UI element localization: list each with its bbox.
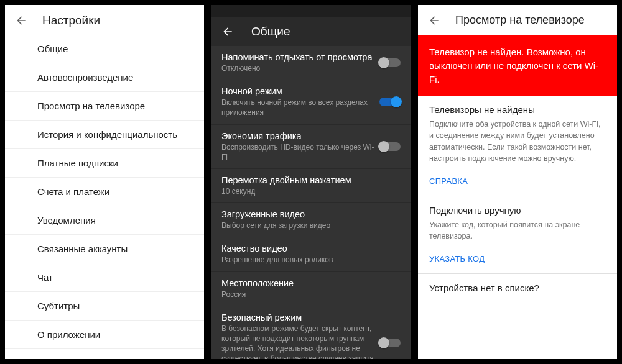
row-limit-mobile-data[interactable]: Экономия трафика Воспроизводить HD-видео… <box>211 125 411 169</box>
settings-item-about[interactable]: О приложении <box>5 321 204 349</box>
toggle-restricted-mode[interactable] <box>379 339 401 347</box>
settings-item-autoplay[interactable]: Автовоспроизведение <box>5 63 204 92</box>
settings-item-connected-accounts[interactable]: Связанные аккаунты <box>5 235 204 263</box>
settings-main-screen: Настройки Общие Автовоспроизведение Прос… <box>5 5 204 359</box>
settings-item-chat[interactable]: Чат <box>5 263 204 292</box>
section-body: Укажите код, который появится на экране … <box>429 219 606 242</box>
row-subtitle: Воспроизводить HD-видео только через Wi-… <box>221 142 374 162</box>
row-subtitle: Разрешение для новых роликов <box>221 255 401 265</box>
row-video-quality[interactable]: Качество видео Разрешение для новых роли… <box>211 237 411 271</box>
settings-item-billing[interactable]: Счета и платежи <box>5 178 204 206</box>
settings-item-paid-subscriptions[interactable]: Платные подписки <box>5 149 204 178</box>
row-downloads[interactable]: Загруженные видео Выбор сети для загрузк… <box>211 203 411 237</box>
section-title: Телевизоры не найдены <box>429 104 606 115</box>
settings-item-general[interactable]: Общие <box>5 35 204 63</box>
row-subtitle: 10 секунд <box>221 186 401 196</box>
row-title: Экономия трафика <box>221 131 374 141</box>
settings-item-captions[interactable]: Субтитры <box>5 292 204 321</box>
row-subtitle: Россия <box>221 289 401 299</box>
row-title: Напоминать отдыхать от просмотра <box>221 52 374 62</box>
divider <box>418 301 617 301</box>
settings-general-screen: Общие Напоминать отдыхать от просмотра О… <box>211 5 411 359</box>
settings-list: Общие Автовоспроизведение Просмотр на те… <box>5 35 204 359</box>
section-no-tvs: Телевизоры не найдены Подключите оба уст… <box>418 96 617 168</box>
header: Общие <box>211 17 411 46</box>
row-remind-break[interactable]: Напоминать отдыхать от просмотра Отключе… <box>211 46 411 80</box>
row-title: Ночной режим <box>221 86 374 96</box>
general-settings-list: Напоминать отдыхать от просмотра Отключе… <box>211 46 411 359</box>
row-title: Безопасный режим <box>221 312 374 322</box>
toggle-dark-theme[interactable] <box>379 98 401 106</box>
page-title: Настройки <box>42 14 100 27</box>
row-subtitle: Отключено <box>221 63 374 73</box>
header: Просмотр на телевизоре <box>418 5 617 35</box>
section-title: Устройства нет в списке? <box>429 283 606 293</box>
help-link[interactable]: СПРАВКА <box>418 168 617 196</box>
settings-item-watch-on-tv[interactable]: Просмотр на телевизоре <box>5 92 204 121</box>
row-dark-theme[interactable]: Ночной режим Включить ночной режим во вс… <box>211 80 411 124</box>
back-arrow-icon[interactable] <box>221 25 234 38</box>
page-title: Общие <box>251 25 290 39</box>
section-manual-connect: Подключить вручную Укажите код, который … <box>418 196 617 245</box>
status-bar <box>211 5 411 17</box>
row-location[interactable]: Местоположение Россия <box>211 272 411 306</box>
section-title: Подключить вручную <box>429 205 606 216</box>
watch-on-tv-screen: Просмотр на телевизоре Телевизор не найд… <box>418 5 617 359</box>
row-title: Качество видео <box>221 243 401 253</box>
settings-item-history-privacy[interactable]: История и конфиденциальность <box>5 121 204 149</box>
toggle-remind-break[interactable] <box>379 58 401 67</box>
row-subtitle: Включить ночной режим во всех разделах п… <box>221 98 374 117</box>
section-body: Подключите оба устройства к одной сети W… <box>429 119 606 164</box>
row-subtitle: Выбор сети для загрузки видео <box>221 221 401 230</box>
back-arrow-icon[interactable] <box>428 14 440 27</box>
row-title: Загруженные видео <box>221 209 401 219</box>
row-title: Местоположение <box>221 278 401 288</box>
enter-code-link[interactable]: УКАЗАТЬ КОД <box>418 245 617 273</box>
row-double-tap-seek[interactable]: Перемотка двойным нажатием 10 секунд <box>211 169 411 203</box>
row-subtitle: В безопасном режиме будет скрыт контент,… <box>221 324 374 359</box>
settings-item-notifications[interactable]: Уведомления <box>5 206 204 235</box>
tv-not-found-alert: Телевизор не найден. Возможно, он выключ… <box>418 35 617 96</box>
page-title: Просмотр на телевизоре <box>455 14 585 27</box>
section-device-not-listed[interactable]: Устройства нет в списке? <box>418 274 617 301</box>
toggle-limit-mobile-data[interactable] <box>379 142 401 151</box>
back-arrow-icon[interactable] <box>15 14 27 27</box>
row-restricted-mode[interactable]: Безопасный режим В безопасном режиме буд… <box>211 306 411 359</box>
header: Настройки <box>5 5 204 35</box>
row-title: Перемотка двойным нажатием <box>221 175 401 185</box>
